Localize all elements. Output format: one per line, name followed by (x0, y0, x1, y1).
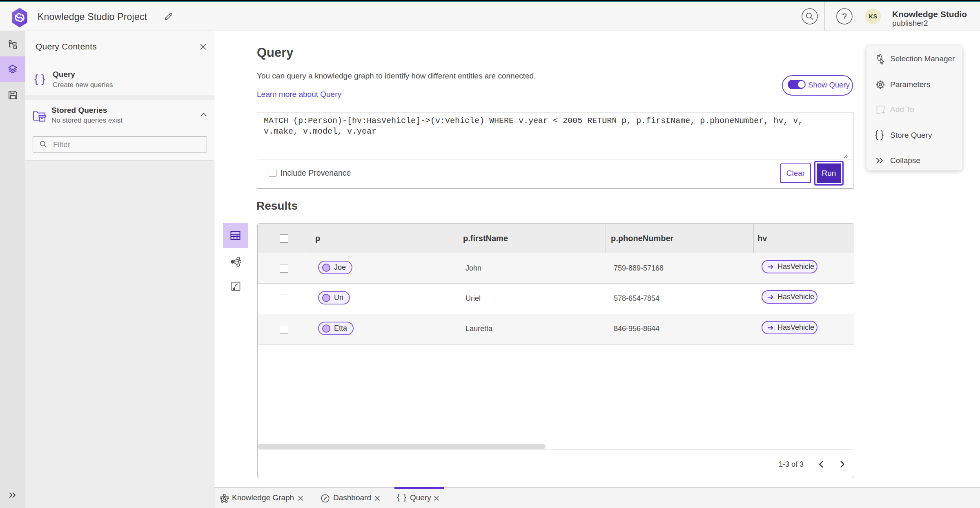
svg-text:?: ? (842, 11, 847, 21)
